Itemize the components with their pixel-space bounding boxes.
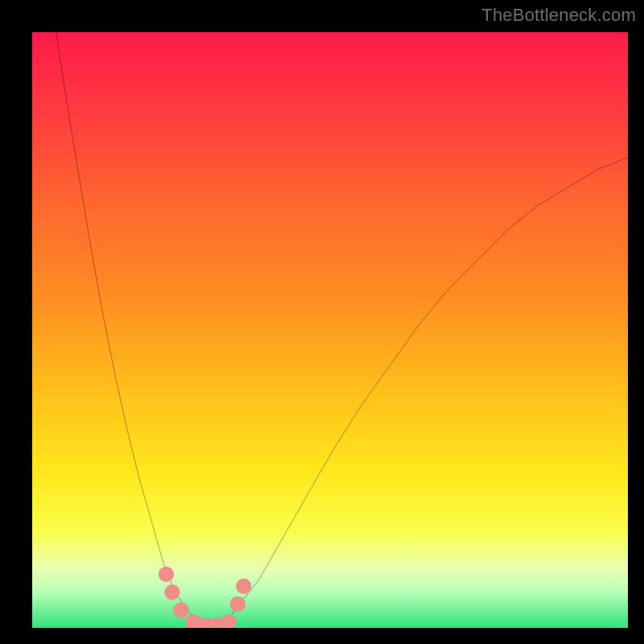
curve-marker [185,614,200,628]
curve-marker [159,567,174,582]
curve-marker [197,617,213,628]
chart-frame: TheBottleneck.com [0,0,644,644]
curve-marker [236,579,251,594]
curve-path [56,32,628,628]
curve-marker [209,617,225,628]
curve-marker [221,614,237,628]
series-bottleneck-curve [56,32,628,628]
chart-svg [32,32,628,628]
marker-group [159,567,251,628]
curve-marker [173,602,188,617]
curve-marker [164,584,180,600]
chart-plot-area [32,32,628,628]
watermark-text: TheBottleneck.com [481,5,636,26]
curve-marker [230,597,246,612]
